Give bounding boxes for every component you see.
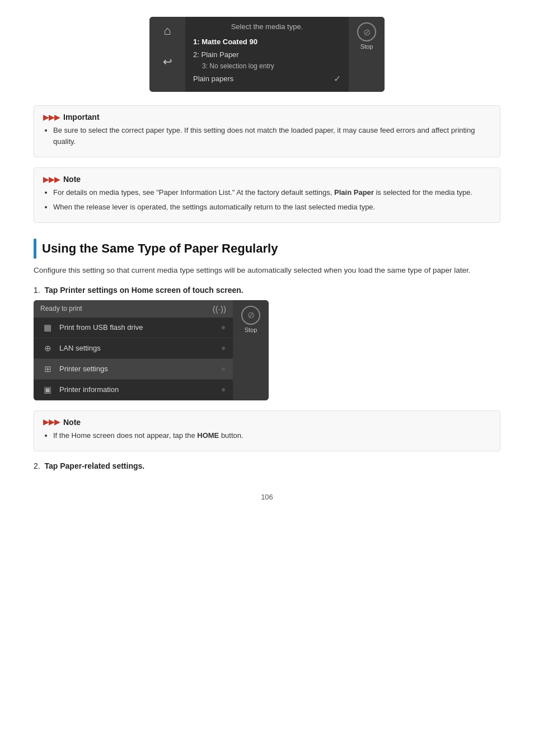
home-icon: ⌂ xyxy=(163,24,171,38)
note2-body: If the Home screen does not appear, tap … xyxy=(43,430,491,441)
ps2-menu-usb[interactable]: ▦ Print from USB flash drive xyxy=(34,318,233,338)
note2-title: Note xyxy=(63,418,81,427)
ps2-menu-info[interactable]: ▣ Printer information xyxy=(34,380,233,400)
dot-info xyxy=(222,388,225,391)
lan-label: LAN settings xyxy=(59,344,101,352)
usb-label: Print from USB flash drive xyxy=(59,323,143,332)
note1-chevrons-icon: ▶▶▶ xyxy=(43,175,60,184)
ps2-ready-text: Ready to print xyxy=(40,305,82,312)
ps-screen-title: Select the media type. xyxy=(193,22,341,31)
stop-label-2: Stop xyxy=(245,326,257,333)
lan-icon: ⊕ xyxy=(41,343,54,353)
settings-icon: ⊞ xyxy=(41,364,54,374)
ps-right-panel: ⊘ Stop xyxy=(349,17,385,92)
ps-plain-papers-label: Plain papers xyxy=(193,74,334,83)
step-1-label: 1. Tap Printer settings on Home screen o… xyxy=(34,286,500,295)
note2-text: If the Home screen does not appear, tap … xyxy=(53,430,491,441)
stop-label: Stop xyxy=(360,43,373,50)
settings-label: Printer settings xyxy=(59,365,108,373)
note1-item-1: For details on media types, see "Paper I… xyxy=(53,187,491,198)
section-title: Using the Same Type of Paper Regularly xyxy=(42,241,278,256)
important-title: Important xyxy=(63,113,100,122)
ps-item-3[interactable]: 3: No selection log entry xyxy=(193,61,341,71)
note1-body: For details on media types, see "Paper I… xyxy=(43,187,491,212)
stop-button[interactable]: ⊘ Stop xyxy=(357,22,376,50)
dot-settings xyxy=(222,367,225,371)
ps2-right-panel: ⊘ Stop xyxy=(233,300,269,400)
page-number: 106 xyxy=(34,493,500,501)
second-printer-screen: Ready to print ((·)) ▦ Print from USB fl… xyxy=(34,300,269,400)
step1-bold: Printer settings xyxy=(60,286,118,295)
ps-center-panel: Select the media type. 1: Matte Coated 9… xyxy=(185,17,349,92)
info-label: Printer information xyxy=(59,385,119,394)
note1-title: Note xyxy=(63,175,81,184)
dot-lan xyxy=(222,347,225,350)
ps2-menu-settings[interactable]: ⊞ Printer settings xyxy=(34,359,233,380)
note2-header: ▶▶▶ Note xyxy=(43,418,491,427)
checkmark-icon: ✓ xyxy=(334,73,341,84)
section-description: Configure this setting so that current m… xyxy=(34,264,500,277)
section-bar-icon xyxy=(34,239,36,259)
note1-header: ▶▶▶ Note xyxy=(43,175,491,184)
important-header: ▶▶▶ Important xyxy=(43,113,491,122)
ps2-center-panel: Ready to print ((·)) ▦ Print from USB fl… xyxy=(34,300,233,400)
note1-item-2: When the release lever is operated, the … xyxy=(53,202,491,213)
section-heading: Using the Same Type of Paper Regularly xyxy=(34,239,500,259)
note2-chevrons-icon: ▶▶▶ xyxy=(43,418,60,426)
step-2-label: 2. Tap Paper-related settings. xyxy=(34,461,500,470)
wifi-icon: ((·)) xyxy=(213,304,226,314)
ps2-menu-lan[interactable]: ⊕ LAN settings xyxy=(34,338,233,359)
ps2-topbar: Ready to print ((·)) xyxy=(34,300,233,318)
dot-usb xyxy=(222,326,225,329)
important-box: ▶▶▶ Important Be sure to select the corr… xyxy=(34,105,500,157)
step-2: 2. Tap Paper-related settings. xyxy=(34,461,500,470)
stop-circle-icon-2: ⊘ xyxy=(241,306,260,325)
ps-left-panel: ⌂ ↩ xyxy=(149,17,185,92)
important-body: Be sure to select the correct paper type… xyxy=(43,125,491,147)
back-icon: ↩ xyxy=(163,55,172,68)
ps-item-2[interactable]: 2: Plain Paper xyxy=(193,48,341,61)
note-box-1: ▶▶▶ Note For details on media types, see… xyxy=(34,167,500,223)
usb-icon: ▦ xyxy=(41,323,54,333)
stop-button-2[interactable]: ⊘ Stop xyxy=(241,306,260,333)
step-1: 1. Tap Printer settings on Home screen o… xyxy=(34,286,500,400)
important-text: Be sure to select the correct paper type… xyxy=(53,125,491,147)
info-icon: ▣ xyxy=(41,385,54,395)
note-box-2: ▶▶▶ Note If the Home screen does not app… xyxy=(34,410,500,452)
important-chevrons-icon: ▶▶▶ xyxy=(43,113,60,122)
ps-item-1[interactable]: 1: Matte Coated 90 xyxy=(193,35,341,48)
top-printer-screen: ⌂ ↩ Select the media type. 1: Matte Coat… xyxy=(149,17,385,92)
stop-circle-icon: ⊘ xyxy=(357,22,376,41)
ps-plain-papers-row[interactable]: Plain papers ✓ xyxy=(193,71,341,86)
step2-bold: Paper-related settings xyxy=(60,461,142,470)
